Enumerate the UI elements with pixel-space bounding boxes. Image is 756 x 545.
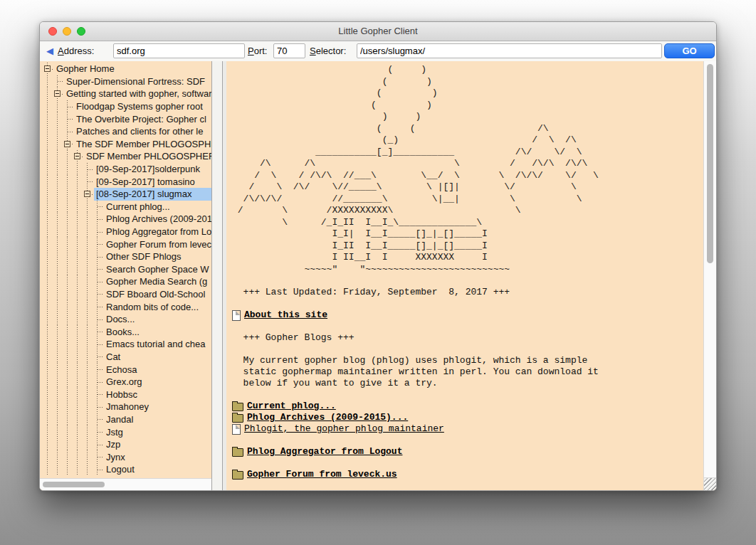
go-button[interactable]: GO: [664, 43, 715, 58]
tree-item[interactable]: Cat: [40, 351, 211, 364]
tree-guide-line: [84, 238, 94, 250]
folder-icon: [232, 448, 243, 457]
tree-item[interactable]: Gopher Home: [40, 63, 211, 75]
gopher-link[interactable]: Phlog Archives (2009-2015)...: [247, 412, 408, 423]
back-icon[interactable]: ◀: [46, 45, 53, 57]
tree-leaf-connector: [94, 226, 104, 238]
tree-expander[interactable]: [44, 63, 54, 75]
tree-item[interactable]: SDF Bboard Old-School: [40, 288, 211, 301]
tree-item[interactable]: Phlog Archives (2009-2015)...: [40, 213, 211, 226]
tree-item[interactable]: Gopher Media Search (g: [40, 275, 211, 288]
resize-grip[interactable]: [703, 477, 716, 490]
tree-item[interactable]: Grex.org: [40, 376, 211, 388]
tree-leaf-connector: [84, 175, 94, 188]
tree-guide-line: [64, 351, 74, 364]
tree-item[interactable]: Super-Dimensional Fortress: SDF: [40, 75, 211, 88]
tree-leaf-connector: [94, 463, 104, 476]
address-input[interactable]: [113, 43, 245, 58]
gopher-link[interactable]: Phlogit, the gopher phlog maintainer: [244, 423, 444, 435]
collapse-icon[interactable]: [44, 65, 51, 72]
gopher-link[interactable]: About this site: [244, 309, 327, 321]
gopher-content-panel: ( ) ( ) ( ) ( ) ) ) ( (: [222, 61, 716, 490]
tree-guide-line: [74, 401, 84, 413]
tree-guide-line: [74, 463, 84, 476]
blank-line: [232, 298, 704, 309]
tree-item[interactable]: Docs...: [40, 313, 211, 326]
app-window: Little Gopher Client ◀ Address: Port: Se…: [39, 21, 717, 491]
tree-item[interactable]: Hobbsc: [40, 388, 211, 401]
tree-guide-line: [44, 100, 54, 113]
gopher-link[interactable]: Gopher Forum from leveck.us: [247, 469, 397, 480]
tree-leaf-connector: [94, 401, 104, 413]
tree-horizontal-scrollbar-thumb[interactable]: [43, 482, 105, 487]
tree-item[interactable]: The Overbite Project: Gopher cl: [40, 112, 211, 125]
tree-item[interactable]: Emacs tutorial and chea: [40, 338, 211, 351]
tree-item[interactable]: Current phlog...: [40, 201, 211, 213]
tree-item[interactable]: SDF Member PHLOGOSPHERE: [40, 150, 211, 163]
tree-horizontal-scrollbar[interactable]: [40, 478, 211, 490]
tree-item[interactable]: [09-Sep-2017]solderpunk: [40, 163, 211, 176]
tree-expander[interactable]: [74, 150, 84, 163]
title-bar[interactable]: Little Gopher Client: [40, 22, 716, 41]
tree-guide-line: [44, 125, 54, 138]
tree-item[interactable]: Getting started with gopher, software: [40, 88, 211, 100]
tree-item[interactable]: [09-Sep-2017] tomasino: [40, 175, 211, 188]
gopher-link[interactable]: Phlog Aggregator from Logout: [247, 446, 402, 457]
port-input[interactable]: [273, 43, 305, 58]
tree-item[interactable]: Patches and clients for other le: [40, 125, 211, 138]
tree-guide-line: [64, 450, 74, 463]
tree-item[interactable]: Jandal: [40, 413, 211, 426]
tree-guide-line: [44, 363, 54, 376]
tree-guide-line: [84, 226, 94, 238]
tree-expander[interactable]: [84, 188, 94, 201]
gopher-link-row: Phlog Archives (2009-2015)...: [232, 412, 704, 423]
tree-guide-line: [64, 250, 74, 263]
tree-leaf-connector: [54, 75, 64, 88]
tree-guide-line: [74, 388, 84, 401]
tree-guide-line: [64, 425, 74, 438]
tree-item[interactable]: Random bits of code...: [40, 300, 211, 313]
tree-item[interactable]: Gopher Forum from leveck.us: [40, 238, 211, 250]
collapse-icon[interactable]: [54, 90, 61, 97]
tree-guide-line: [84, 275, 94, 288]
panel-splitter[interactable]: [212, 61, 222, 490]
content-vertical-scrollbar-thumb[interactable]: [707, 64, 713, 263]
collapse-icon[interactable]: [74, 153, 80, 159]
tree-item[interactable]: Books...: [40, 325, 211, 338]
tree-rows: Gopher HomeSuper-Dimensional Fortress: S…: [40, 63, 211, 479]
tree-guide-line: [84, 413, 94, 426]
tree-item[interactable]: The SDF Member PHLOGOSPHERE: [40, 138, 211, 151]
tree-item[interactable]: Phlog Aggregator from Logout: [40, 226, 211, 238]
tree-item-label: Logout: [104, 463, 211, 476]
tree-guide-line: [44, 438, 54, 451]
tree-item[interactable]: Jmahoney: [40, 401, 211, 413]
tree-item[interactable]: Logout: [40, 463, 211, 476]
tree-guide-line: [54, 125, 64, 138]
tree-guide-line: [44, 250, 54, 263]
tree-guide-line: [54, 388, 64, 401]
content-vertical-scrollbar[interactable]: [703, 61, 716, 478]
tree-guide-line: [44, 138, 54, 151]
tree-item[interactable]: Jzp: [40, 438, 211, 451]
tree-item[interactable]: Floodgap Systems gopher root: [40, 100, 211, 113]
gopher-link[interactable]: Current phlog...: [247, 401, 336, 412]
tree-leaf-connector: [94, 338, 104, 351]
tree-item[interactable]: Echosa: [40, 363, 211, 376]
tree-guide-line: [74, 438, 84, 451]
tree-guide-line: [54, 450, 64, 463]
tree-item[interactable]: Jstg: [40, 425, 211, 438]
tree-guide-line: [84, 300, 94, 313]
tree-item[interactable]: Other SDF Phlogs: [40, 250, 211, 263]
tree-expander[interactable]: [54, 88, 64, 100]
selector-input[interactable]: [357, 43, 662, 58]
tree-item[interactable]: Search Gopher Space W: [40, 263, 211, 276]
content-text-line: below if you want to give it a try.: [232, 378, 704, 389]
collapse-icon[interactable]: [64, 141, 70, 147]
tree-item-selected[interactable]: [08-Sep-2017] slugmax: [40, 188, 211, 201]
content-text-line: +++ Gopher Blogs +++: [232, 332, 704, 344]
gopher-link-row: Phlog Aggregator from Logout: [232, 446, 704, 457]
tree-expander[interactable]: [64, 138, 74, 151]
tree-guide-line: [84, 463, 94, 476]
tree-item[interactable]: Jynx: [40, 450, 211, 463]
collapse-icon[interactable]: [84, 191, 90, 197]
